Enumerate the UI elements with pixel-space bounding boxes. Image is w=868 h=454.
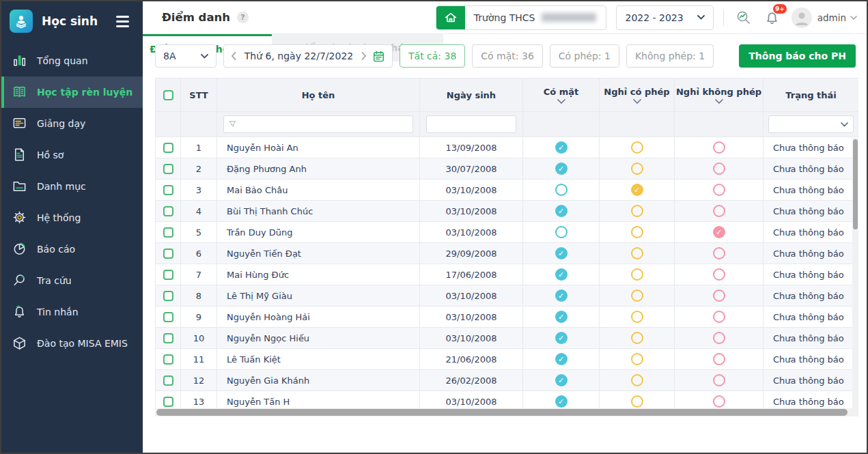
student-name: Nguyễn Tiến Đạt	[217, 243, 420, 264]
select-all-checkbox[interactable]	[163, 90, 173, 100]
sidebar-item-3[interactable]: Hồ sơ	[1, 139, 143, 171]
cyan-status-icon[interactable]	[555, 184, 568, 196]
cyan-status-icon[interactable]: ✓	[555, 141, 568, 154]
pink-status-icon[interactable]	[713, 332, 725, 344]
pink-status-icon[interactable]	[713, 374, 725, 386]
next-day-icon[interactable]	[361, 52, 367, 60]
name-filter-input[interactable]	[239, 116, 412, 132]
sidebar-item-1[interactable]: Học tập rèn luyện	[1, 76, 143, 108]
column-header-status: Trạng thái	[764, 79, 859, 112]
summary-chip-0[interactable]: Tất cả: 38	[400, 44, 465, 68]
cyan-status-icon[interactable]: ✓	[555, 247, 568, 259]
sidebar-item-8[interactable]: Tin nhắn	[1, 296, 143, 328]
sidebar-item-6[interactable]: Báo cáo	[1, 233, 143, 265]
status-filter-select[interactable]	[768, 115, 854, 133]
yellow-status-icon[interactable]	[631, 162, 643, 175]
student-dob: 03/10/2008	[420, 222, 523, 243]
notification-badge: 9+	[773, 4, 787, 14]
pink-status-icon[interactable]	[713, 353, 725, 365]
column-header-excused[interactable]: Nghỉ có phép	[600, 79, 675, 112]
cyan-status-icon[interactable]: ✓	[555, 289, 568, 302]
row-checkbox[interactable]	[163, 227, 173, 238]
cyan-status-icon[interactable]: ✓	[555, 205, 568, 217]
notifications-bell-icon[interactable]: 9+	[764, 9, 781, 26]
avatar[interactable]	[792, 8, 812, 28]
attendance-table: STT Họ tên Ngày sinh Có mặt Nghỉ có phép	[155, 78, 858, 416]
notify-parents-button[interactable]: Thông báo cho PH	[739, 44, 856, 68]
cyan-status-icon[interactable]: ✓	[555, 395, 568, 408]
yellow-status-icon[interactable]	[631, 353, 643, 365]
yellow-status-icon[interactable]	[631, 268, 643, 281]
student-row: 3Mai Bảo Châu03/10/2008✓Chưa thông báo	[156, 180, 859, 201]
row-checkbox[interactable]	[163, 185, 173, 195]
sidebar-item-5[interactable]: Hệ thống	[1, 202, 143, 233]
row-checkbox[interactable]	[163, 397, 173, 407]
pink-status-icon[interactable]	[713, 162, 725, 175]
sidebar-item-2[interactable]: Giảng dạy	[1, 108, 143, 139]
cyan-status-icon[interactable]: ✓	[555, 311, 568, 323]
calendar-icon[interactable]	[372, 50, 385, 63]
pink-status-icon[interactable]	[713, 311, 725, 323]
dob-filter[interactable]	[426, 115, 516, 133]
yellow-status-icon[interactable]	[631, 205, 643, 217]
sidebar-item-0[interactable]: Tổng quan	[1, 45, 143, 76]
yellow-status-icon[interactable]	[631, 311, 643, 323]
school-year-select[interactable]: 2022 - 2023	[616, 5, 713, 30]
yellow-status-icon[interactable]: ✓	[631, 184, 643, 196]
yellow-status-icon[interactable]	[631, 226, 643, 238]
column-header-unexcused[interactable]: Nghỉ không phép	[675, 79, 764, 112]
yellow-status-icon[interactable]	[631, 395, 643, 408]
column-header-present[interactable]: Có mặt	[523, 79, 600, 112]
row-status: Chưa thông báo	[764, 370, 859, 391]
pink-status-icon[interactable]	[713, 141, 725, 154]
dob-filter-input[interactable]	[434, 116, 523, 132]
row-checkbox[interactable]	[163, 291, 173, 301]
row-checkbox[interactable]	[163, 354, 173, 365]
pink-status-icon[interactable]	[713, 289, 725, 302]
cyan-status-icon[interactable]: ✓	[555, 353, 568, 365]
horizontal-scrollbar-thumb[interactable]	[156, 409, 848, 416]
yellow-status-icon[interactable]	[631, 374, 643, 386]
home-icon[interactable]	[436, 6, 465, 29]
row-checkbox[interactable]	[163, 206, 173, 216]
row-checkbox[interactable]	[163, 312, 173, 322]
search-analytics-icon[interactable]	[735, 9, 753, 27]
summary-chip-2[interactable]: Có phép: 1	[550, 44, 619, 68]
previous-day-icon[interactable]	[231, 52, 236, 60]
cyan-status-icon[interactable]: ✓	[555, 268, 568, 281]
pink-status-icon[interactable]	[713, 268, 725, 281]
pink-status-icon[interactable]	[713, 184, 725, 196]
menu-toggle-icon[interactable]	[116, 16, 129, 27]
pink-status-icon[interactable]	[713, 395, 725, 408]
student-dob: 26/02/2008	[420, 370, 523, 391]
summary-chip-3[interactable]: Không phép: 1	[626, 44, 714, 68]
yellow-status-icon[interactable]	[631, 141, 643, 154]
sidebar-item-9[interactable]: Đào tạo MISA EMIS	[1, 328, 143, 359]
summary-chip-1[interactable]: Có mặt: 36	[472, 44, 542, 68]
pink-status-icon[interactable]	[713, 247, 725, 259]
sidebar-item-7[interactable]: Tra cứu	[1, 265, 143, 296]
class-select[interactable]: 8A	[155, 44, 216, 68]
gear-icon	[12, 210, 28, 226]
row-checkbox[interactable]	[163, 333, 173, 343]
yellow-status-icon[interactable]	[631, 247, 643, 259]
row-checkbox[interactable]	[163, 164, 173, 174]
yellow-status-icon[interactable]	[631, 289, 643, 302]
name-filter[interactable]	[223, 115, 413, 133]
pink-status-icon[interactable]	[713, 205, 725, 217]
row-checkbox[interactable]	[163, 270, 173, 280]
help-icon[interactable]: ?	[237, 12, 249, 23]
vertical-scrollbar-thumb[interactable]	[853, 139, 858, 229]
yellow-status-icon[interactable]	[631, 332, 643, 344]
cyan-status-icon[interactable]	[555, 226, 568, 238]
pink-status-icon[interactable]: ✓	[713, 226, 725, 238]
row-checkbox[interactable]	[163, 249, 173, 259]
sidebar-item-4[interactable]: Danh mục	[1, 171, 143, 202]
school-selector[interactable]: Trường THCS	[436, 5, 607, 30]
cyan-status-icon[interactable]: ✓	[555, 162, 568, 175]
cyan-status-icon[interactable]: ✓	[555, 332, 568, 344]
row-checkbox[interactable]	[163, 143, 173, 153]
row-checkbox[interactable]	[163, 375, 173, 386]
cyan-status-icon[interactable]: ✓	[555, 374, 568, 386]
user-menu[interactable]: admin	[817, 12, 857, 23]
